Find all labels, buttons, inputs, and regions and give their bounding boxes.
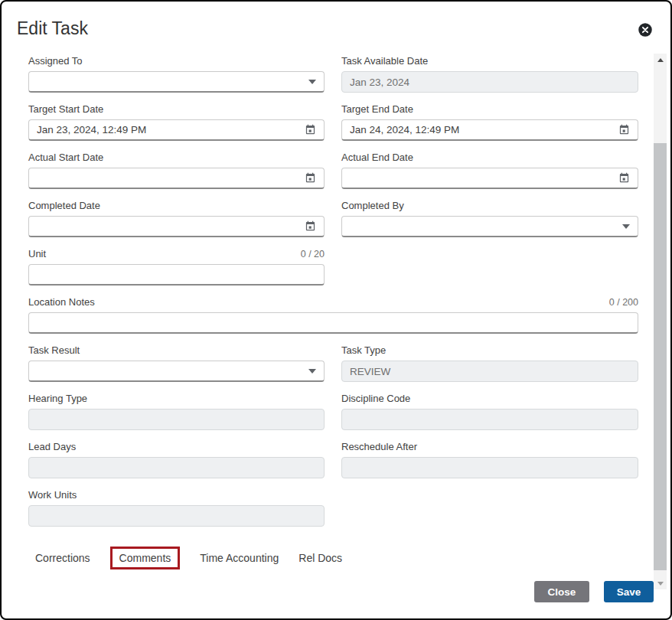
reschedule-after-label: Reschedule After [341, 441, 417, 453]
field-target-start-date: Target Start Date [28, 103, 325, 141]
close-button[interactable]: Close [534, 581, 589, 602]
target-start-date-input[interactable] [28, 119, 325, 141]
location-notes-char-counter: 0 / 200 [609, 296, 638, 308]
field-actual-end-date: Actual End Date [341, 152, 638, 189]
save-button[interactable]: Save [604, 581, 654, 602]
task-result-select[interactable] [28, 361, 325, 382]
task-available-date-label: Task Available Date [341, 55, 428, 67]
field-completed-by: Completed By [341, 200, 638, 237]
actual-start-date-input[interactable] [28, 168, 325, 189]
unit-value[interactable] [37, 265, 316, 284]
task-type-input: REVIEW [341, 361, 638, 382]
discipline-code-input [341, 409, 638, 430]
target-end-date-value[interactable] [350, 120, 612, 139]
field-hearing-type: Hearing Type [28, 393, 325, 430]
calendar-icon[interactable] [305, 124, 316, 135]
target-end-date-label: Target End Date [341, 103, 413, 116]
hearing-type-input [28, 409, 325, 430]
location-notes-label: Location Notes [28, 296, 95, 308]
dialog-title: Edit Task [17, 18, 88, 39]
field-lead-days: Lead Days [28, 441, 325, 478]
field-unit: Unit 0 / 20 [28, 248, 325, 286]
target-end-date-input[interactable] [341, 119, 638, 141]
field-task-available-date: Task Available Date Jan 23, 2024 [341, 55, 638, 93]
field-assigned-to: Assigned To [28, 55, 325, 93]
work-units-label: Work Units [28, 489, 77, 501]
scrollbar-thumb[interactable] [654, 143, 667, 570]
unit-label: Unit [28, 248, 46, 260]
completed-by-select[interactable] [341, 216, 638, 237]
location-notes-input[interactable] [28, 312, 638, 334]
field-task-result: Task Result [28, 344, 325, 382]
x-circle-icon [638, 22, 653, 38]
close-dialog-icon[interactable] [638, 22, 653, 38]
field-location-notes: Location Notes 0 / 200 [28, 296, 638, 334]
actual-start-date-label: Actual Start Date [28, 152, 103, 164]
task-available-date-value: Jan 23, 2024 [350, 77, 409, 88]
scroll-down-button[interactable] [654, 577, 667, 589]
target-start-date-label: Target Start Date [28, 103, 103, 116]
caret-down-icon [308, 369, 316, 374]
calendar-icon[interactable] [305, 172, 316, 184]
task-result-label: Task Result [28, 344, 80, 357]
unit-char-counter: 0 / 20 [301, 248, 325, 260]
calendar-icon[interactable] [618, 172, 630, 184]
lead-days-label: Lead Days [28, 441, 76, 453]
actual-start-date-value[interactable] [37, 168, 298, 188]
caret-down-icon [308, 80, 316, 84]
hearing-type-label: Hearing Type [28, 393, 87, 405]
field-work-units: Work Units [28, 489, 325, 527]
vertical-scrollbar[interactable] [654, 54, 667, 589]
field-target-end-date: Target End Date [341, 103, 638, 141]
calendar-icon[interactable] [305, 220, 316, 232]
field-reschedule-after: Reschedule After [341, 441, 638, 478]
edit-task-dialog: Edit Task Assigned To Task Available Dat… [0, 0, 672, 620]
task-type-label: Task Type [341, 344, 386, 357]
field-completed-date: Completed Date [28, 200, 325, 237]
task-available-date-input: Jan 23, 2024 [341, 71, 638, 93]
detail-tabs: Corrections Comments Time Accounting Rel… [35, 547, 342, 569]
tab-comments[interactable]: Comments [110, 547, 181, 569]
calendar-icon[interactable] [618, 124, 630, 135]
field-discipline-code: Discipline Code [341, 393, 638, 430]
actual-end-date-label: Actual End Date [341, 152, 413, 164]
task-type-value: REVIEW [350, 366, 390, 377]
unit-input[interactable] [28, 264, 325, 286]
field-actual-start-date: Actual Start Date [28, 152, 325, 189]
completed-by-label: Completed By [341, 200, 404, 212]
caret-up-icon [657, 58, 664, 62]
actual-end-date-input[interactable] [341, 168, 638, 189]
completed-date-label: Completed Date [28, 200, 100, 212]
tab-time-accounting[interactable]: Time Accounting [200, 548, 279, 568]
discipline-code-label: Discipline Code [341, 393, 410, 405]
assigned-to-select[interactable] [28, 71, 325, 93]
task-form: Assigned To Task Available Date Jan 23, … [28, 55, 638, 537]
caret-down-icon [657, 582, 664, 586]
reschedule-after-input [341, 457, 638, 478]
field-task-type: Task Type REVIEW [341, 344, 638, 382]
scroll-up-button[interactable] [654, 54, 667, 66]
tab-corrections[interactable]: Corrections [35, 548, 90, 568]
actual-end-date-value[interactable] [350, 168, 612, 188]
dialog-footer: Close Save [534, 581, 654, 602]
lead-days-input [28, 457, 325, 478]
target-start-date-value[interactable] [37, 120, 298, 139]
assigned-to-label: Assigned To [28, 55, 83, 67]
work-units-input [28, 505, 325, 527]
location-notes-value[interactable] [37, 313, 630, 332]
completed-date-value[interactable] [37, 217, 298, 236]
tab-rel-docs[interactable]: Rel Docs [298, 548, 342, 568]
caret-down-icon [622, 224, 630, 229]
completed-date-input[interactable] [28, 216, 325, 237]
